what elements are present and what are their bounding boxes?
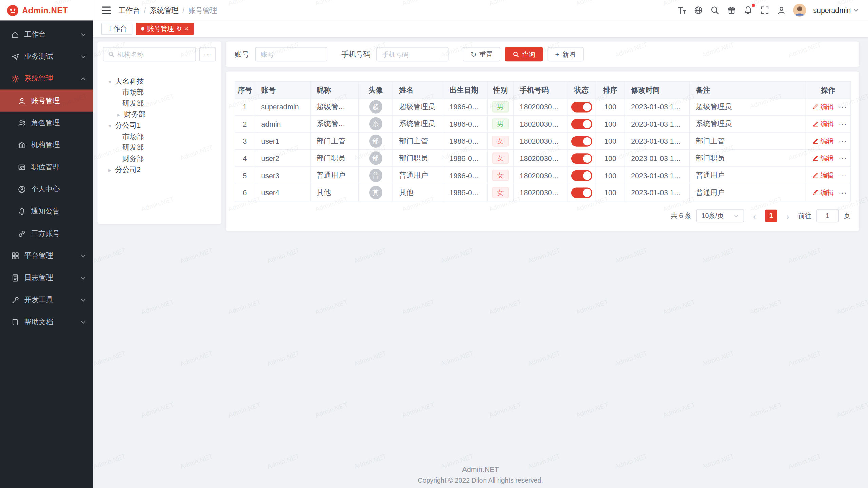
search-icon[interactable] bbox=[710, 5, 720, 15]
next-page-button[interactable]: › bbox=[782, 210, 793, 222]
app-title: Admin.NET bbox=[22, 5, 68, 15]
more-actions-button[interactable]: ··· bbox=[199, 47, 216, 61]
table-row[interactable]: 6 user4 其他 其 其他 1986-06-28 女 18020030720… bbox=[235, 184, 851, 201]
sidebar-item-business-test[interactable]: 业务测试 bbox=[0, 45, 93, 67]
tree-node[interactable]: 市场部 bbox=[103, 87, 216, 98]
prev-page-button[interactable]: ‹ bbox=[749, 210, 760, 222]
sidebar-subitem-org-management[interactable]: 机构管理 bbox=[0, 134, 93, 156]
edit-button[interactable]: 编辑 bbox=[812, 119, 834, 129]
more-actions-button[interactable]: ··· bbox=[839, 103, 847, 111]
tree-node[interactable]: ▸ 财务部 bbox=[103, 109, 216, 120]
username: superadmin bbox=[813, 6, 851, 14]
gear-icon bbox=[11, 75, 19, 83]
caret-down-icon[interactable]: ▾ bbox=[106, 123, 113, 129]
sidebar-subitem-personal-center[interactable]: 个人中心 bbox=[0, 178, 93, 200]
chevron-down-icon bbox=[80, 54, 86, 60]
edit-button[interactable]: 编辑 bbox=[812, 171, 834, 180]
gift-icon[interactable] bbox=[727, 5, 736, 15]
tree-node[interactable]: 市场部 bbox=[103, 131, 216, 142]
table-row[interactable]: 2 admin 系统管理员 系 系统管理员 1986-06-28 男 18020… bbox=[235, 115, 851, 133]
sidebar-item-platform-management[interactable]: 平台管理 bbox=[0, 245, 93, 267]
sidebar-item-workbench[interactable]: 工作台 bbox=[0, 23, 93, 45]
phone-input[interactable] bbox=[376, 47, 448, 61]
status-toggle[interactable] bbox=[571, 153, 592, 163]
sidebar-item-dev-tools[interactable]: 开发工具 bbox=[0, 289, 93, 311]
user-icon bbox=[18, 97, 26, 105]
tree-node[interactable]: 研发部 bbox=[103, 142, 216, 154]
gender-tag: 女 bbox=[492, 187, 509, 198]
more-actions-button[interactable]: ··· bbox=[839, 155, 847, 162]
account-section: 账号 手机号码 ↻ 重置 查询 + 新增 bbox=[226, 41, 859, 231]
table-header-row: 序号 账号 昵称 头像 姓名 出生日期 性别 手机号码 状态 排序 修改时间 bbox=[235, 82, 851, 98]
query-bar: 账号 手机号码 ↻ 重置 查询 + 新增 bbox=[226, 41, 859, 67]
edit-button[interactable]: 编辑 bbox=[812, 188, 834, 197]
breadcrumb-item[interactable]: 系统管理 bbox=[150, 5, 179, 15]
footer-title: Admin.NET bbox=[93, 465, 868, 473]
refresh-icon[interactable]: ↻ bbox=[177, 26, 182, 32]
sidebar-subitem-position-management[interactable]: 职位管理 bbox=[0, 156, 93, 178]
row-avatar: 其 bbox=[369, 186, 382, 199]
sidebar-subitem-role-management[interactable]: 角色管理 bbox=[0, 112, 93, 134]
edit-button[interactable]: 编辑 bbox=[812, 102, 834, 111]
account-label: 账号 bbox=[235, 49, 249, 59]
sidebar-item-system-management[interactable]: 系统管理 bbox=[0, 67, 93, 89]
tree-node[interactable]: 研发部 bbox=[103, 98, 216, 109]
close-icon[interactable]: × bbox=[184, 26, 188, 32]
edit-button[interactable]: 编辑 bbox=[812, 136, 834, 146]
language-icon[interactable] bbox=[694, 5, 703, 15]
id-card-icon bbox=[18, 163, 26, 171]
lock-user-icon[interactable] bbox=[777, 5, 786, 15]
edit-icon bbox=[812, 121, 819, 127]
caret-right-icon[interactable]: ▸ bbox=[106, 167, 113, 173]
building-icon bbox=[18, 141, 26, 149]
avatar[interactable] bbox=[793, 4, 806, 17]
sidebar-item-help-docs[interactable]: 帮助文档 bbox=[0, 311, 93, 333]
tree-node[interactable]: ▾ 分公司1 bbox=[103, 120, 216, 131]
goto-page-input[interactable] bbox=[816, 209, 839, 222]
tree-node[interactable]: ▸ 分公司2 bbox=[103, 164, 216, 176]
edit-icon bbox=[812, 103, 819, 110]
font-size-icon[interactable] bbox=[677, 5, 687, 15]
sidebar-subitem-third-party-account[interactable]: 三方账号 bbox=[0, 222, 93, 244]
tab-workbench[interactable]: 工作台 bbox=[101, 23, 132, 35]
add-button[interactable]: + 新增 bbox=[548, 47, 583, 61]
page-content: ··· ▾ 大名科技 市场部 研发部 ▸ 财务部 ▾ 分公司1 bbox=[93, 37, 868, 488]
status-toggle[interactable] bbox=[571, 119, 592, 129]
wrench-icon bbox=[11, 296, 19, 304]
more-actions-button[interactable]: ··· bbox=[839, 189, 847, 197]
user-menu[interactable]: superadmin bbox=[813, 6, 859, 14]
account-input[interactable] bbox=[255, 47, 327, 61]
status-toggle[interactable] bbox=[571, 136, 592, 146]
reset-button[interactable]: ↻ 重置 bbox=[463, 47, 500, 61]
caret-down-icon[interactable]: ▾ bbox=[106, 78, 113, 84]
table-row[interactable]: 3 user1 部门主管 部 部门主管 1986-06-28 女 1802003… bbox=[235, 133, 851, 150]
table-row[interactable]: 5 user3 普通用户 普 普通用户 1986-06-28 女 1802003… bbox=[235, 167, 851, 184]
table-row[interactable]: 4 user2 部门职员 部 部门职员 1986-06-28 女 1802003… bbox=[235, 150, 851, 167]
collapse-menu-icon[interactable] bbox=[102, 7, 111, 14]
sidebar-subitem-notice[interactable]: 通知公告 bbox=[0, 200, 93, 222]
more-actions-button[interactable]: ··· bbox=[839, 120, 847, 128]
breadcrumb-item[interactable]: 工作台 bbox=[118, 5, 140, 15]
sidebar-subitem-account-management[interactable]: 账号管理 bbox=[0, 89, 93, 111]
page-size-select[interactable]: 10条/页 bbox=[696, 209, 744, 222]
edit-button[interactable]: 编辑 bbox=[812, 154, 834, 163]
app-logo[interactable]: Admin.NET bbox=[0, 0, 93, 20]
page-number-current[interactable]: 1 bbox=[765, 210, 777, 222]
more-actions-button[interactable]: ··· bbox=[839, 171, 847, 179]
fullscreen-icon[interactable] bbox=[760, 5, 770, 15]
tree-node[interactable]: ▾ 大名科技 bbox=[103, 76, 216, 87]
pagination: 共 6 条 10条/页 ‹ 1 › 前往 页 bbox=[235, 209, 850, 222]
caret-right-icon[interactable]: ▸ bbox=[115, 111, 122, 118]
table-row[interactable]: 1 superadmin 超级管理员 超 超级管理员 1986-06-28 男 … bbox=[235, 98, 851, 116]
status-toggle[interactable] bbox=[571, 102, 592, 112]
bell-icon[interactable] bbox=[744, 5, 753, 15]
tab-account-management[interactable]: 账号管理 ↻ × bbox=[136, 23, 194, 35]
tree-node[interactable]: 财务部 bbox=[103, 153, 216, 164]
gender-tag: 女 bbox=[492, 153, 509, 164]
status-toggle[interactable] bbox=[571, 187, 592, 198]
search-button[interactable]: 查询 bbox=[505, 47, 543, 61]
sidebar-item-log-management[interactable]: 日志管理 bbox=[0, 267, 93, 289]
more-actions-button[interactable]: ··· bbox=[839, 137, 847, 145]
status-toggle[interactable] bbox=[571, 170, 592, 181]
org-search-input[interactable] bbox=[117, 50, 191, 58]
